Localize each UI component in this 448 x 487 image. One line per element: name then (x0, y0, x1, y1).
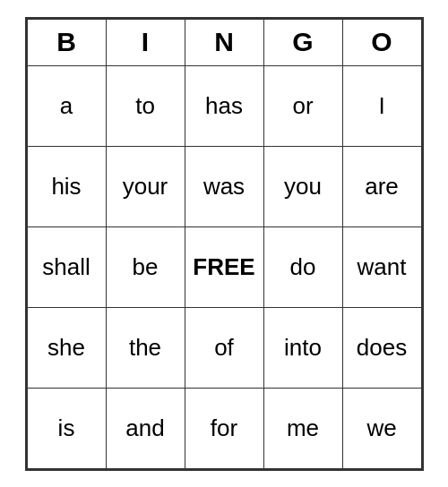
col-i: I (106, 19, 185, 65)
table-cell: we (342, 388, 421, 468)
table-cell: do (263, 226, 342, 307)
table-cell: was (185, 146, 263, 226)
bingo-table: B I N G O atohasorIhisyourwasyouareshall… (27, 19, 422, 469)
table-cell: is (27, 388, 106, 468)
table-cell: shall (27, 226, 106, 307)
table-cell: his (27, 146, 106, 226)
table-cell: be (106, 226, 185, 307)
col-o: O (342, 19, 421, 65)
bingo-body: atohasorIhisyourwasyouareshallbeFREEdowa… (27, 65, 421, 468)
table-row: atohasorI (27, 65, 421, 146)
table-cell: your (106, 146, 185, 226)
table-cell: the (106, 307, 185, 388)
table-cell: I (342, 65, 421, 146)
table-cell: me (263, 388, 342, 468)
header-row: B I N G O (27, 19, 421, 65)
table-cell: are (342, 146, 421, 226)
col-n: N (185, 19, 263, 65)
col-g: G (263, 19, 342, 65)
table-cell: want (342, 226, 421, 307)
col-b: B (27, 19, 106, 65)
table-cell: and (106, 388, 185, 468)
table-cell: for (185, 388, 263, 468)
table-row: shetheofintodoes (27, 307, 421, 388)
table-cell: into (263, 307, 342, 388)
table-cell: or (263, 65, 342, 146)
table-cell: FREE (185, 226, 263, 307)
table-cell: to (106, 65, 185, 146)
table-row: hisyourwasyouare (27, 146, 421, 226)
table-cell: of (185, 307, 263, 388)
table-cell: has (185, 65, 263, 146)
bingo-card: B I N G O atohasorIhisyourwasyouareshall… (25, 17, 424, 471)
table-cell: she (27, 307, 106, 388)
table-cell: a (27, 65, 106, 146)
table-cell: does (342, 307, 421, 388)
table-row: isandformewe (27, 388, 421, 468)
table-cell: you (263, 146, 342, 226)
table-row: shallbeFREEdowant (27, 226, 421, 307)
